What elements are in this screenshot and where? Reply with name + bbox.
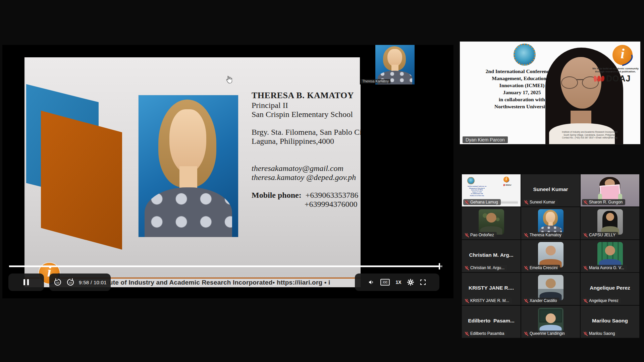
participant-tile-maria-aurora[interactable]: Maria Aurora G. V... bbox=[581, 240, 639, 272]
icmei-logo bbox=[467, 177, 475, 184]
svg-text:10: 10 bbox=[69, 281, 72, 284]
participant-avatar bbox=[538, 308, 564, 333]
muted-mic-icon bbox=[583, 331, 588, 336]
slide-presenter-name: THERESA B. KAMATOY bbox=[252, 91, 361, 100]
participant-grid: 2nd International Conference onManagemen… bbox=[462, 174, 639, 338]
rewind-10-icon[interactable]: 10 bbox=[53, 278, 62, 287]
pip-name-label: Theresa Kamatoy bbox=[361, 79, 390, 83]
muted-mic-icon bbox=[583, 266, 588, 270]
shared-screen-stage[interactable]: THERESA B. KAMATOY Principal II San Cris… bbox=[2, 45, 453, 298]
participant-name-tag: Theresa Kamatoy bbox=[523, 232, 564, 238]
participant-name-tag: Suneel Kumar bbox=[523, 199, 558, 205]
participant-avatar bbox=[538, 209, 564, 235]
doaj-logo: DOAJ bbox=[594, 74, 631, 83]
participant-tile-edilberto-pasamba[interactable]: Edilberto Pasam... Edilberto Pasamba bbox=[462, 306, 521, 338]
video-progress-bar[interactable] bbox=[9, 265, 442, 267]
participant-avatar bbox=[597, 209, 623, 235]
volume-icon[interactable] bbox=[368, 279, 375, 285]
participant-tile-gehana-lamug[interactable]: 2nd International Conference onManagemen… bbox=[462, 174, 521, 206]
ticker-text: ute of Industry and Academic Research In… bbox=[109, 279, 330, 286]
doaj-logo: DOAJ bbox=[503, 184, 511, 186]
participant-name-tag: Gehana Lamug bbox=[463, 199, 501, 205]
player-right-controls: CC 1X bbox=[355, 274, 439, 291]
muted-mic-icon bbox=[465, 299, 469, 303]
participant-name-tag: Xander Castillo bbox=[523, 298, 559, 304]
muted-mic-icon bbox=[583, 233, 588, 237]
institute-footer-text: Institute of Industry and Academic Resea… bbox=[540, 131, 639, 139]
icmei-logo bbox=[514, 44, 536, 66]
participant-tile-theresa-kamatoy[interactable]: Theresa Kamatoy bbox=[521, 207, 580, 239]
participant-name-tag: Maria Aurora G. V... bbox=[582, 265, 627, 271]
participant-tile-sharon-gungon[interactable]: Sharon R. Gungon bbox=[581, 174, 639, 206]
participant-name-tag: KRISTY JANE R. M... bbox=[463, 298, 512, 304]
participant-tile-angelique-perez[interactable]: Angelique Perez Angelique Perez bbox=[581, 273, 639, 305]
muted-mic-icon bbox=[465, 266, 469, 270]
slide-mobile-line-2: +639994376000 bbox=[305, 200, 361, 209]
time-controls: 10 10 9:58 / 10:01 bbox=[49, 274, 111, 291]
participant-avatar bbox=[479, 209, 504, 235]
participant-name-tag: Marilou Saong bbox=[582, 330, 618, 337]
muted-mic-icon bbox=[524, 200, 528, 204]
slide-address-2: Laguna, Philippines,4000 bbox=[252, 137, 361, 146]
muted-mic-icon bbox=[465, 233, 469, 237]
time-display: 9:58 / 10:01 bbox=[79, 280, 107, 285]
slide-orange-shape bbox=[41, 111, 122, 250]
presentation-slide: THERESA B. KAMATOY Principal II San Cris… bbox=[24, 57, 361, 279]
muted-mic-icon bbox=[465, 331, 469, 336]
slide-presenter-school: San Crispin Elementary School bbox=[252, 110, 361, 119]
participant-name-tag: Emelia Crescini bbox=[523, 265, 560, 271]
participant-avatar bbox=[538, 242, 564, 267]
settings-gear-icon[interactable] bbox=[407, 279, 414, 286]
pause-button[interactable] bbox=[8, 274, 44, 291]
mini-poster-footer bbox=[498, 200, 518, 204]
participant-tile-kristy-jane[interactable]: KRISTY JANE R.... KRISTY JANE R. M... bbox=[462, 273, 521, 305]
iiari-logo bbox=[612, 45, 633, 65]
muted-mic-icon bbox=[583, 299, 588, 303]
progress-playhead[interactable] bbox=[439, 263, 440, 269]
participant-name-tag: Edilberto Pasamba bbox=[463, 330, 507, 337]
playback-speed-button[interactable]: 1X bbox=[395, 280, 401, 285]
slide-email-1: theresakamatoy@gmail.com bbox=[252, 164, 361, 173]
active-speaker-video[interactable]: 2nd International Conference on Manageme… bbox=[460, 41, 641, 144]
muted-mic-icon bbox=[465, 200, 469, 204]
participant-tile-capsu-jelly[interactable]: CAPSU JELLY bbox=[581, 207, 639, 239]
meeting-window: THERESA B. KAMATOY Principal II San Cris… bbox=[0, 0, 644, 362]
slide-address-1: Brgy. Sta. Filomena, San Pablo City bbox=[252, 128, 361, 137]
pause-icon bbox=[23, 279, 29, 285]
participant-avatar bbox=[538, 275, 564, 300]
forward-10-icon[interactable]: 10 bbox=[66, 278, 75, 287]
participant-name-tag: Sharon R. Gungon bbox=[582, 199, 625, 205]
svg-text:10: 10 bbox=[56, 281, 59, 284]
pip-speaker-photo bbox=[375, 45, 415, 84]
slide-text-block: THERESA B. KAMATOY Principal II San Cris… bbox=[252, 91, 361, 209]
muted-mic-icon bbox=[524, 266, 528, 270]
participant-name-tag: Pao Ordoñez bbox=[463, 232, 497, 238]
iiari-tagline: We help build an academic community thro… bbox=[591, 67, 640, 73]
fullscreen-icon[interactable] bbox=[420, 279, 426, 286]
muted-mic-icon bbox=[524, 299, 528, 303]
participant-tile-christian-argu[interactable]: Christian M. Arg... Christian M. Argu... bbox=[462, 240, 521, 272]
muted-mic-icon bbox=[583, 200, 588, 204]
participant-tile-pao-ordonez[interactable]: Pao Ordoñez bbox=[462, 207, 521, 239]
iiari-logo bbox=[503, 177, 509, 182]
slide-presenter-role: Principal II bbox=[252, 101, 361, 110]
participant-tile-emelia-crescini[interactable]: Emelia Crescini bbox=[521, 240, 580, 272]
participant-tile-queenne-landingin[interactable]: Queenne Landingin bbox=[521, 306, 580, 338]
slide-email-2: theresa.kamatoy @deped.gov.ph bbox=[252, 173, 361, 182]
muted-mic-icon bbox=[524, 331, 528, 336]
speaker-photo bbox=[139, 95, 238, 237]
slide-mobile-line-1: Mobile phone: +639063353786 bbox=[252, 191, 361, 200]
participant-name-tag: Queenne Landingin bbox=[523, 330, 568, 337]
participant-tile-suneel-kumar[interactable]: Suneel Kumar Suneel Kumar bbox=[521, 174, 580, 206]
participant-name-tag: Christian M. Argu... bbox=[463, 265, 507, 271]
progress-played bbox=[9, 265, 439, 267]
speaker-name-tag: Dyan Kiem Parcon bbox=[463, 136, 508, 143]
muted-mic-icon bbox=[524, 233, 528, 237]
participant-tile-xander-castillo[interactable]: Xander Castillo bbox=[521, 273, 580, 305]
captions-button[interactable]: CC bbox=[380, 279, 390, 286]
participant-avatar bbox=[597, 242, 623, 267]
participant-name-tag: CAPSU JELLY bbox=[582, 232, 618, 238]
mini-poster-text: 2nd International Conference onManagemen… bbox=[463, 185, 491, 196]
pip-speaker-thumbnail: Theresa Kamatoy bbox=[360, 45, 430, 84]
participant-tile-marilou-saong[interactable]: Marilou Saong Marilou Saong bbox=[581, 306, 639, 338]
